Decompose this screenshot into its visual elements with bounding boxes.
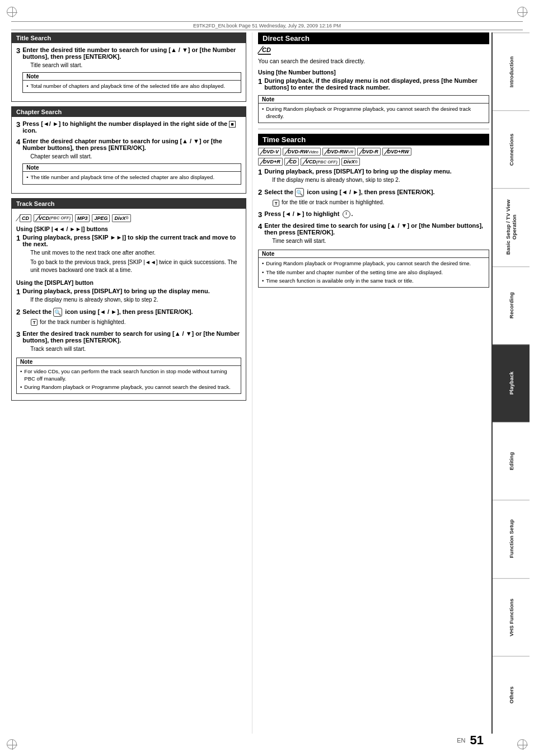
time-step2-num: 2 (258, 188, 262, 196)
track-note-header: Note (17, 358, 241, 366)
track-s2-step1-normal: If the display menu is already shown, sk… (30, 296, 241, 304)
chapter-step4-normal: Chapter search will start. (30, 153, 241, 161)
chapter-note1: The title number and playback time of th… (26, 173, 237, 181)
track-s1-step1-text: During playback, press [SKIP ►►|] to ski… (22, 234, 241, 247)
time-note3: Time search function is available only i… (262, 277, 485, 284)
title-search-header: Title Search (12, 33, 246, 43)
search-icon2: 🔍 (295, 188, 304, 197)
time-step3-text: Press [◄ / ►] to highlight . (264, 210, 489, 218)
time-step1-normal: If the display menu is already shown, sk… (272, 176, 489, 184)
title-step3-text: Enter the desired title number to search… (22, 46, 241, 60)
direct-step1-text: During playback, if the display menu is … (264, 77, 489, 91)
sidebar-basic-setup: Basic Setup / TV View Operation (493, 188, 530, 266)
track-s2-step3-normal: Track search will start. (30, 345, 241, 353)
time-note2: The title number and chapter number of t… (262, 269, 485, 276)
track-search-header: Track Search (12, 199, 246, 209)
track-s1-normal1: The unit moves to the next track one aft… (30, 249, 241, 257)
page-footer: EN 51 (457, 733, 484, 748)
direct-note1: During Random playback or Programme play… (262, 105, 485, 120)
chapter-search-note: Note The title number and playback time … (22, 163, 241, 184)
time-step2-normal: T for the title or track number is highl… (272, 199, 489, 206)
track-search-note: Note For video CDs, you can perform the … (16, 358, 241, 395)
left-column: Title Search 3 Enter the desired title n… (11, 32, 252, 734)
sidebar-editing: Editing (493, 422, 530, 500)
chapter-search-section: Chapter Search 3 Press [◄/ ►] to highlig… (11, 106, 246, 193)
title-search-section: Title Search 3 Enter the desired title n… (11, 32, 246, 102)
time-search-formats-row1: ╱DVD-V ╱DVD-RWVideo ╱DVD-RWVR ╱DVD-R ╱DV… (258, 148, 489, 156)
title-note1: Total number of chapters and playback ti… (26, 82, 237, 90)
direct-search-note: Note During Random playback or Programme… (258, 95, 489, 124)
track-subsection1-title: Using [SKIP |◄◄ / ►►|] buttons (16, 226, 241, 232)
time-step1-text: During playback, press [DISPLAY] to brin… (264, 168, 489, 175)
time-note1: During Random playback or Programme play… (262, 260, 485, 267)
sidebar-function-setup: Function Setup (493, 500, 530, 577)
sidebar-vhs-functions: VHS Functions (493, 578, 530, 656)
time-step4-normal: Time search will start. (272, 237, 489, 245)
time-search-header: Time Search (258, 134, 489, 145)
title-note-header: Note (23, 73, 241, 81)
corner-tr (517, 7, 527, 17)
sidebar-recording: Recording (493, 266, 530, 344)
direct-search-subsection: Using [the Number buttons] (258, 69, 489, 76)
sidebar-connections: Connections (493, 110, 530, 188)
time-step3-num: 3 (258, 210, 262, 219)
title-step3-normal: Title search will start. (30, 62, 241, 69)
page-number: 51 (470, 733, 484, 748)
time-step4-num: 4 (258, 222, 262, 231)
track-s2-step2-normal: T for the track number is highlighted. (30, 318, 241, 326)
corner-br (517, 739, 527, 749)
clock-icon (343, 210, 350, 218)
corner-bl (7, 739, 17, 749)
time-search-formats-row2: ╱DVD+R ╱CD ╱VCD(PBC OFF) DivX® (258, 158, 489, 166)
track-subsection2-title: Using the [DISPLAY] button (16, 279, 241, 286)
header-text: E9TK2FD_EN.book Page 51 Wednesday, July … (193, 23, 341, 29)
chapter-step3-number: 3 (16, 120, 20, 129)
title-search-note: Note Total number of chapters and playba… (22, 72, 241, 93)
corner-tl (7, 7, 17, 17)
section-divider (258, 129, 489, 129)
track-s1-step1-num: 1 (16, 234, 20, 242)
direct-search-cd-icon: ╱CD (258, 46, 489, 54)
chapter-search-header: Chapter Search (12, 107, 246, 117)
track-s2-step2-text: Select the 🔍 icon using [◄ / ►], then pr… (22, 308, 241, 317)
right-sidebar: Introduction Connections Basic Setup / T… (491, 32, 530, 734)
direct-search-section: Direct Search ╱CD You can search the des… (258, 32, 489, 123)
direct-search-header: Direct Search (258, 32, 489, 44)
time-step1-num: 1 (258, 168, 262, 176)
time-note-header: Note (259, 250, 489, 258)
search-icon: 🔍 (53, 308, 62, 317)
sidebar-introduction: Introduction (493, 32, 530, 110)
chapter-note-header: Note (23, 164, 241, 172)
direct-note-header: Note (259, 96, 489, 104)
time-search-section: Time Search ╱DVD-V ╱DVD-RWVideo ╱DVD-RWV… (258, 134, 489, 288)
chapter-step4-text: Enter the desired chapter number to sear… (22, 138, 241, 151)
track-s2-step1-num: 1 (16, 288, 20, 296)
direct-search-description: You can search the desired track directl… (258, 57, 489, 65)
sidebar-others: Others (493, 656, 530, 734)
chapter-step3-text: Press [◄/ ►] to highlight the number dis… (22, 120, 241, 134)
track-note1: For video CDs, you can perform the track… (20, 368, 237, 383)
time-search-note: Note During Random playback or Programme… (258, 250, 489, 288)
track-s2-step1-text: During playback, press [DISPLAY] to brin… (22, 288, 241, 294)
direct-step1-num: 1 (258, 77, 262, 86)
track-search-section: Track Search ╱CD ╱VCD(PBC OFF) MP3 JPEG … (11, 198, 246, 401)
chapter-step4-number: 4 (16, 138, 20, 146)
title-step3-number: 3 (16, 46, 20, 55)
time-step2-text: Select the 🔍 icon using [◄ / ►], then pr… (264, 188, 489, 197)
track-s1-normal2: To go back to the previous track, press … (30, 259, 241, 274)
sidebar-playback: Playback (493, 344, 530, 422)
track-note2: During Random playback or Programme play… (20, 383, 237, 391)
lang-label: EN (457, 737, 465, 744)
track-s2-step2-num: 2 (16, 308, 20, 316)
time-step4-text: Enter the desired time to search for usi… (264, 222, 489, 236)
right-column: Direct Search ╱CD You can search the des… (252, 32, 489, 734)
track-s2-step3-num: 3 (16, 330, 20, 339)
track-search-formats: ╱CD ╱VCD(PBC OFF) MP3 JPEG DivX® (16, 214, 241, 222)
header-bar: E9TK2FD_EN.book Page 51 Wednesday, July … (11, 21, 523, 30)
track-s2-step3-text: Enter the desired track number to search… (22, 330, 241, 344)
